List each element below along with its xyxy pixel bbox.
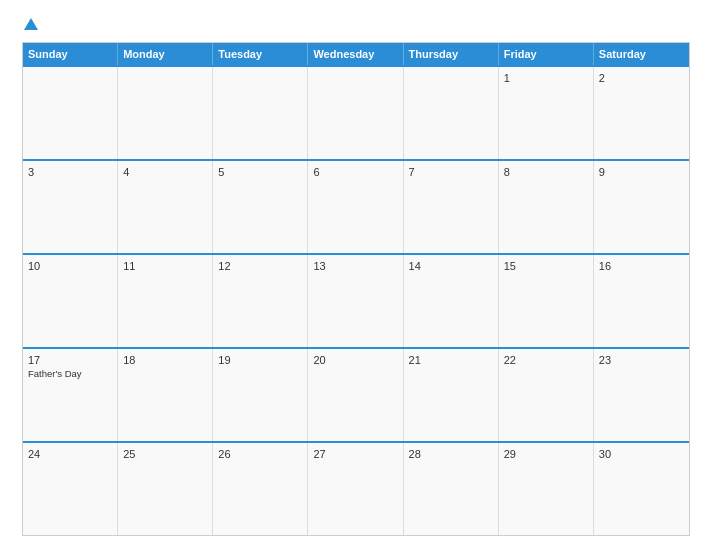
day-number: 25 [123, 448, 207, 460]
calendar-cell [213, 67, 308, 159]
day-number: 11 [123, 260, 207, 272]
calendar-cell: 1 [499, 67, 594, 159]
day-number: 22 [504, 354, 588, 366]
day-number: 28 [409, 448, 493, 460]
header [22, 18, 690, 32]
day-number: 2 [599, 72, 684, 84]
day-number: 14 [409, 260, 493, 272]
calendar-cell: 21 [404, 349, 499, 441]
event-label: Father's Day [28, 368, 112, 379]
day-number: 23 [599, 354, 684, 366]
calendar-week: 10111213141516 [23, 253, 689, 347]
day-number: 27 [313, 448, 397, 460]
calendar-cell: 25 [118, 443, 213, 535]
day-number: 7 [409, 166, 493, 178]
weekday-header: Tuesday [213, 43, 308, 65]
calendar-cell: 12 [213, 255, 308, 347]
calendar-cell: 29 [499, 443, 594, 535]
calendar-cell [118, 67, 213, 159]
calendar-cell [404, 67, 499, 159]
day-number: 18 [123, 354, 207, 366]
logo [22, 18, 38, 32]
calendar-cell: 15 [499, 255, 594, 347]
day-number: 21 [409, 354, 493, 366]
calendar-cell: 17Father's Day [23, 349, 118, 441]
weekday-header: Thursday [404, 43, 499, 65]
calendar-cell: 16 [594, 255, 689, 347]
calendar-cell: 19 [213, 349, 308, 441]
day-number: 17 [28, 354, 112, 366]
day-number: 26 [218, 448, 302, 460]
calendar-cell: 4 [118, 161, 213, 253]
calendar: SundayMondayTuesdayWednesdayThursdayFrid… [22, 42, 690, 536]
day-number: 5 [218, 166, 302, 178]
weekday-header: Monday [118, 43, 213, 65]
calendar-cell [23, 67, 118, 159]
day-number: 20 [313, 354, 397, 366]
calendar-cell: 28 [404, 443, 499, 535]
calendar-cell: 24 [23, 443, 118, 535]
day-number: 10 [28, 260, 112, 272]
calendar-cell: 6 [308, 161, 403, 253]
day-number: 19 [218, 354, 302, 366]
day-number: 4 [123, 166, 207, 178]
calendar-cell: 30 [594, 443, 689, 535]
calendar-week: 12 [23, 65, 689, 159]
day-number: 1 [504, 72, 588, 84]
calendar-cell: 26 [213, 443, 308, 535]
weekday-header: Friday [499, 43, 594, 65]
calendar-week: 24252627282930 [23, 441, 689, 535]
calendar-cell: 23 [594, 349, 689, 441]
day-number: 24 [28, 448, 112, 460]
day-number: 9 [599, 166, 684, 178]
day-number: 8 [504, 166, 588, 178]
calendar-cell: 22 [499, 349, 594, 441]
calendar-week: 3456789 [23, 159, 689, 253]
day-number: 29 [504, 448, 588, 460]
calendar-cell: 27 [308, 443, 403, 535]
weekday-header: Sunday [23, 43, 118, 65]
calendar-cell: 7 [404, 161, 499, 253]
calendar-cell: 11 [118, 255, 213, 347]
logo-triangle-icon [24, 18, 38, 30]
calendar-cell: 3 [23, 161, 118, 253]
calendar-week: 17Father's Day181920212223 [23, 347, 689, 441]
day-number: 3 [28, 166, 112, 178]
calendar-header: SundayMondayTuesdayWednesdayThursdayFrid… [23, 43, 689, 65]
day-number: 30 [599, 448, 684, 460]
weekday-header: Saturday [594, 43, 689, 65]
calendar-cell [308, 67, 403, 159]
weekday-header: Wednesday [308, 43, 403, 65]
calendar-cell: 20 [308, 349, 403, 441]
calendar-cell: 8 [499, 161, 594, 253]
day-number: 12 [218, 260, 302, 272]
day-number: 6 [313, 166, 397, 178]
day-number: 16 [599, 260, 684, 272]
calendar-body: 1234567891011121314151617Father's Day181… [23, 65, 689, 535]
day-number: 13 [313, 260, 397, 272]
calendar-cell: 9 [594, 161, 689, 253]
day-number: 15 [504, 260, 588, 272]
page: SundayMondayTuesdayWednesdayThursdayFrid… [0, 0, 712, 550]
calendar-cell: 10 [23, 255, 118, 347]
calendar-cell: 13 [308, 255, 403, 347]
calendar-cell: 5 [213, 161, 308, 253]
calendar-cell: 18 [118, 349, 213, 441]
calendar-cell: 2 [594, 67, 689, 159]
calendar-cell: 14 [404, 255, 499, 347]
